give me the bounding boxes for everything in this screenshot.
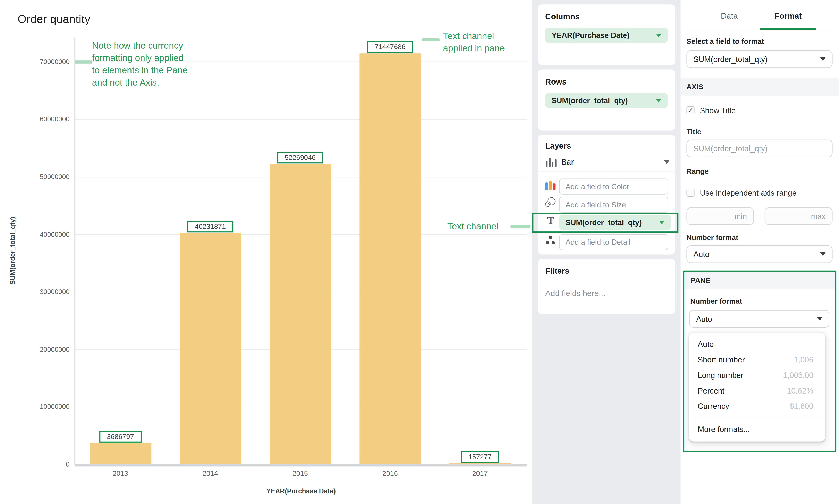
detail-channel-slot[interactable]: Add a field to Detail (559, 234, 668, 250)
y-axis-tick-label: 0 (16, 460, 69, 469)
independent-range-checkbox[interactable] (686, 189, 695, 197)
annotation-note: Note how the currency formatting only ap… (92, 39, 188, 89)
axis-title-placeholder: SUM(order_total_qty) (694, 144, 768, 152)
x-axis-tick-label: 2013 (99, 469, 142, 478)
annotation-pane-note: Text channel applied in pane (443, 30, 505, 54)
detail-channel-placeholder: Add a field to Detail (566, 238, 631, 246)
active-tab-underline (760, 28, 816, 30)
x-axis-title: YEAR(Purchase Date) (75, 487, 527, 495)
independent-range-label: Use independent axis range (700, 189, 797, 197)
axis-number-format-value: Auto (694, 250, 709, 258)
detail-channel-icon (545, 235, 556, 246)
axis-section-band: AXIS (681, 78, 839, 95)
chevron-down-icon[interactable] (656, 33, 662, 37)
color-channel-icon (545, 179, 556, 191)
chevron-down-icon (817, 317, 822, 321)
show-title-label: Show Title (700, 106, 736, 115)
color-channel-slot[interactable]: Add a field to Color (559, 178, 668, 194)
gridline (75, 119, 527, 120)
columns-header: Columns (545, 12, 580, 21)
number-format-menu: AutoShort number1,006Long number1,006.00… (689, 332, 825, 442)
bar[interactable] (269, 164, 331, 465)
range-max-placeholder: max (811, 212, 826, 221)
menu-item-label: Short number (698, 355, 745, 364)
field-to-format-select[interactable]: SUM(order_total_qty) (686, 50, 833, 68)
axis-section-label: AXIS (686, 83, 703, 91)
pane-section-band: PANE (684, 272, 835, 289)
columns-field-pill[interactable]: YEAR(Purchase Date) (545, 28, 668, 43)
bar-chart-icon (546, 156, 558, 167)
menu-item-example: 10.62% (787, 386, 813, 395)
menu-item-label: Percent (698, 386, 724, 395)
axis-title-input[interactable]: SUM(order_total_qty) (686, 140, 833, 157)
menu-item-percent[interactable]: Percent10.62% (689, 383, 825, 398)
axis-number-format-label: Number format (686, 234, 738, 242)
x-axis-line (75, 464, 527, 465)
rows-header: Rows (545, 77, 567, 86)
y-axis-tick-label: 40000000 (16, 230, 69, 239)
filters-header: Filters (545, 266, 569, 275)
menu-item-label: Auto (698, 340, 714, 348)
divider (538, 172, 675, 172)
y-axis-title: SUM(order_total_qty) (9, 181, 17, 320)
y-axis-tick-label: 70000000 (16, 58, 69, 66)
chevron-down-icon (820, 252, 826, 256)
rows-field-label: SUM(order_total_qty) (552, 96, 628, 105)
x-axis-line-shadow (75, 466, 527, 467)
y-axis-tick-label: 60000000 (16, 115, 69, 124)
tab-format[interactable]: Format (771, 11, 805, 20)
filters-card: Filters Add fields here... (538, 259, 675, 314)
fields-panel: Columns YEAR(Purchase Date) Rows SUM(ord… (532, 0, 681, 504)
columns-card: Columns YEAR(Purchase Date) (538, 4, 675, 65)
chevron-down-icon[interactable] (664, 160, 669, 164)
x-axis-tick-label: 2017 (459, 469, 501, 478)
x-axis-tick-label: 2015 (279, 469, 322, 478)
axis-number-format-select[interactable]: Auto (686, 245, 833, 263)
text-channel-highlight-box (532, 213, 679, 233)
chart-title: Order quantity (18, 13, 90, 26)
layers-header: Layers (545, 141, 571, 150)
rows-card: Rows SUM(order_total_qty) (538, 70, 675, 130)
annotation-connector-text-channel (511, 225, 530, 228)
bar-value-label: 52269046 (277, 151, 323, 163)
menu-item-short-number[interactable]: Short number1,006 (689, 352, 825, 367)
pane-number-format-value: Auto (696, 314, 712, 323)
gridline-highlight-marker (75, 60, 92, 64)
menu-item-more-formats[interactable]: More formats... (689, 421, 825, 437)
show-title-checkbox[interactable]: ✓ (686, 106, 695, 114)
range-max-input[interactable]: max (765, 208, 833, 225)
chevron-down-icon[interactable] (656, 98, 662, 102)
size-channel-placeholder: Add a field to Size (566, 200, 626, 209)
layer-type-label: Bar (561, 157, 574, 166)
pane-number-format-select[interactable]: Auto (689, 310, 829, 328)
bar[interactable] (359, 54, 421, 465)
format-tabbar (681, 0, 839, 31)
menu-item-example: 1,006.00 (783, 371, 813, 379)
pane-section-label: PANE (691, 276, 710, 284)
y-axis-tick-label: 50000000 (16, 173, 69, 181)
range-min-input[interactable]: min (686, 208, 754, 225)
bar[interactable] (179, 233, 241, 465)
x-axis-tick-label: 2014 (189, 469, 232, 478)
layers-card: Layers Bar Add a field to Color Add a (538, 134, 675, 254)
menu-item-currency[interactable]: Currency$1,600 (689, 398, 825, 414)
size-channel-icon (545, 197, 556, 208)
menu-divider (689, 417, 825, 418)
tab-data[interactable]: Data (718, 11, 741, 20)
size-channel-slot[interactable]: Add a field to Size (559, 197, 668, 213)
annotation-text-channel: Text channel (447, 220, 498, 232)
bar-value-label: 157277 (461, 451, 499, 463)
menu-item-long-number[interactable]: Long number1,006.00 (689, 367, 825, 383)
menu-item-example: 1,006 (794, 355, 814, 364)
rows-field-pill[interactable]: SUM(order_total_qty) (545, 93, 668, 108)
filters-drop-placeholder[interactable]: Add fields here... (545, 289, 605, 298)
field-to-format-value: SUM(order_total_qty) (694, 55, 768, 64)
y-axis-line (74, 37, 75, 465)
range-dash: – (755, 211, 763, 220)
bar[interactable] (90, 443, 151, 465)
menu-item-auto[interactable]: Auto (689, 336, 825, 352)
divider (538, 154, 675, 155)
bar-value-label: 40231871 (187, 221, 233, 232)
y-axis-tick-label: 20000000 (16, 345, 69, 354)
select-field-label: Select a field to format (686, 37, 764, 46)
